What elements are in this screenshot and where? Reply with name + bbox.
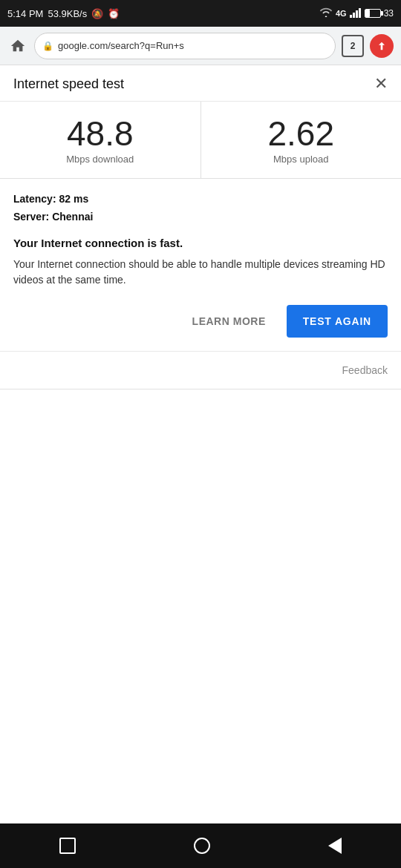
home-button[interactable] (7, 36, 28, 56)
close-button[interactable]: ✕ (374, 76, 388, 92)
android-nav-bar (0, 823, 401, 868)
status-bar: 5:14 PM 53.9KB/s 🔕 ⏰ 4G (0, 0, 401, 27)
url-text: google.com/search?q=Run+s (58, 40, 184, 51)
details-section: Latency: 82 ms Server: Chennai Your Inte… (0, 179, 401, 351)
download-speed-item: 48.8 Mbps download (0, 102, 201, 178)
browser-menu-button[interactable] (370, 34, 394, 58)
upload-value: 2.62 (267, 116, 334, 151)
svg-rect-2 (356, 10, 358, 18)
signal-icon (350, 7, 362, 20)
download-label: Mbps download (66, 154, 134, 165)
network-4g-icon: 4G (336, 9, 347, 18)
browser-bar: 🔒 google.com/search?q=Run+s 2 (0, 27, 401, 65)
status-left: 5:14 PM 53.9KB/s 🔕 ⏰ (7, 8, 120, 19)
server-value: Chennai (52, 211, 93, 223)
feedback-row: Feedback (0, 351, 401, 389)
wifi-icon (319, 7, 333, 20)
svg-rect-1 (353, 13, 355, 18)
address-bar[interactable]: 🔒 google.com/search?q=Run+s (34, 33, 336, 59)
page-body (0, 389, 401, 731)
learn-more-button[interactable]: LEARN MORE (183, 308, 275, 335)
connection-status: Your Internet connection is fast. (13, 237, 388, 249)
status-right: 4G 33 (319, 7, 394, 20)
svg-rect-0 (350, 15, 352, 18)
home-nav-button[interactable] (194, 838, 210, 854)
server-label: Server: (13, 211, 49, 223)
card-title: Internet speed test (13, 76, 124, 92)
svg-rect-3 (359, 8, 361, 18)
upload-label: Mbps upload (273, 154, 328, 165)
data-speed: 53.9KB/s (48, 8, 87, 19)
latency-server-info: Latency: 82 ms Server: Chennai (13, 191, 388, 226)
recent-apps-button[interactable] (59, 838, 76, 854)
latency-label: Latency: (13, 193, 56, 205)
time-display: 5:14 PM (7, 8, 43, 19)
latency-value: 82 ms (59, 193, 88, 205)
battery-icon (365, 9, 381, 18)
test-again-button[interactable]: TEST AGAIN (287, 305, 388, 338)
alarm-icon: ⏰ (108, 8, 120, 19)
battery-percent: 33 (384, 8, 394, 19)
speed-row: 48.8 Mbps download 2.62 Mbps upload (0, 102, 401, 179)
mute-icon: 🔕 (91, 8, 103, 19)
speed-test-card: Internet speed test ✕ 48.8 Mbps download… (0, 65, 401, 389)
tab-switcher-button[interactable]: 2 (342, 35, 364, 57)
download-value: 48.8 (67, 116, 134, 151)
upload-speed-item: 2.62 Mbps upload (201, 102, 402, 178)
back-button[interactable] (328, 838, 342, 854)
feedback-link[interactable]: Feedback (342, 364, 388, 376)
card-header: Internet speed test ✕ (0, 65, 401, 102)
connection-description: Your Internet connection should be able … (13, 257, 388, 289)
lock-icon: 🔒 (42, 41, 53, 51)
action-buttons: LEARN MORE TEST AGAIN (13, 305, 388, 341)
